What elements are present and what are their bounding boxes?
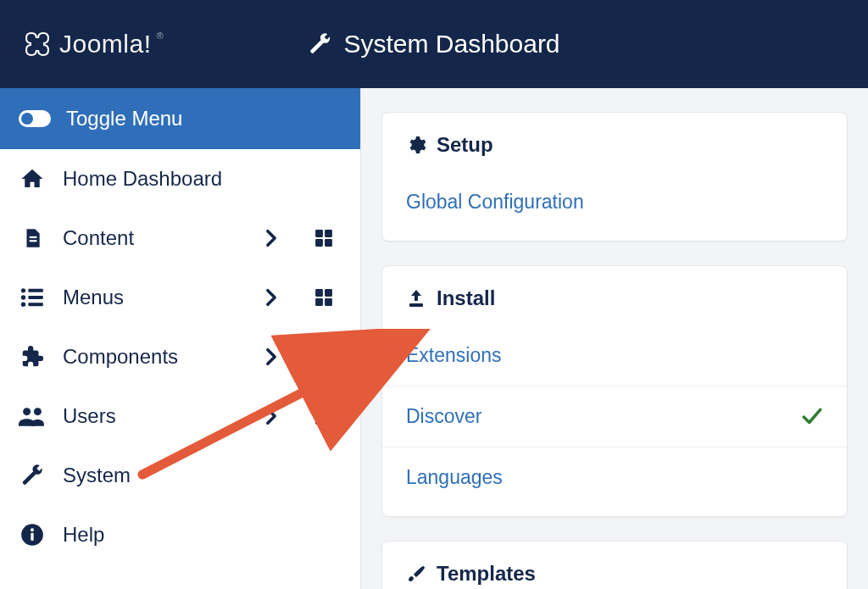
svg-rect-29 xyxy=(409,303,423,307)
svg-rect-0 xyxy=(30,236,37,238)
link-label: Discover xyxy=(406,405,481,428)
chevron-right-icon[interactable] xyxy=(253,347,289,366)
link-discover[interactable]: Discover xyxy=(382,386,847,447)
card-setup: Setup Global Configuration xyxy=(381,112,848,242)
svg-point-20 xyxy=(23,408,31,415)
svg-rect-19 xyxy=(325,358,332,365)
svg-rect-25 xyxy=(325,417,332,425)
puzzle-icon xyxy=(19,344,46,370)
sidebar-item-users[interactable]: Users xyxy=(0,386,360,446)
app-header: Joomla! ® System Dashboard xyxy=(0,0,868,88)
list-icon xyxy=(19,287,46,308)
svg-rect-1 xyxy=(30,240,37,242)
joomla-icon xyxy=(20,27,54,61)
home-icon xyxy=(19,166,46,192)
svg-point-21 xyxy=(34,408,42,415)
main-content: Setup Global Configuration Install Exten… xyxy=(361,88,868,589)
sidebar-item-components[interactable]: Components xyxy=(0,327,360,386)
toggle-menu-label: Toggle Menu xyxy=(66,107,182,131)
page-title: System Dashboard xyxy=(308,30,559,58)
chevron-right-icon[interactable] xyxy=(253,288,289,307)
svg-rect-4 xyxy=(315,239,323,247)
svg-rect-2 xyxy=(315,230,323,237)
svg-rect-22 xyxy=(315,408,323,415)
sidebar-item-label: Help xyxy=(63,523,342,547)
upload-icon xyxy=(406,288,426,308)
sidebar: Toggle Menu Home Dashboard Content xyxy=(0,88,361,589)
svg-rect-12 xyxy=(315,289,323,297)
svg-point-8 xyxy=(21,295,25,299)
sidebar-item-label: Menus xyxy=(63,286,236,309)
sidebar-item-label: Content xyxy=(63,226,236,250)
svg-rect-5 xyxy=(325,239,332,247)
sidebar-item-menus[interactable]: Menus xyxy=(0,268,360,327)
card-header-setup: Setup xyxy=(382,113,847,172)
users-icon xyxy=(19,405,46,427)
card-install: Install Extensions Discover Languages xyxy=(381,265,848,517)
svg-rect-16 xyxy=(315,348,323,356)
brand-text: Joomla! xyxy=(59,30,152,58)
wrench-icon xyxy=(19,464,46,487)
sidebar-item-label: System xyxy=(63,464,342,487)
svg-rect-11 xyxy=(28,303,43,306)
card-title: Templates xyxy=(437,562,536,586)
wrench-icon xyxy=(308,32,331,56)
sidebar-item-label: Home Dashboard xyxy=(63,167,342,191)
svg-rect-15 xyxy=(325,298,332,306)
sidebar-item-help[interactable]: Help xyxy=(0,505,360,564)
brush-icon xyxy=(406,564,426,584)
svg-rect-24 xyxy=(315,417,323,425)
check-icon xyxy=(801,408,823,426)
link-extensions[interactable]: Extensions xyxy=(382,325,847,386)
link-global-configuration[interactable]: Global Configuration xyxy=(382,172,847,232)
page-title-text: System Dashboard xyxy=(343,30,559,58)
sidebar-item-content[interactable]: Content xyxy=(0,208,360,268)
sidebar-item-system[interactable]: System xyxy=(0,446,360,505)
toggle-menu-button[interactable]: Toggle Menu xyxy=(0,88,360,149)
chevron-right-icon[interactable] xyxy=(253,229,289,247)
svg-rect-17 xyxy=(325,348,332,356)
svg-point-10 xyxy=(21,302,25,306)
dashboard-icon[interactable] xyxy=(306,229,342,247)
dashboard-icon[interactable] xyxy=(306,288,342,307)
svg-rect-23 xyxy=(325,408,332,415)
dashboard-icon[interactable] xyxy=(306,347,342,366)
svg-rect-14 xyxy=(315,298,323,306)
brand-logo[interactable]: Joomla! ® xyxy=(20,27,164,61)
svg-rect-7 xyxy=(28,289,43,292)
dashboard-icon[interactable] xyxy=(306,407,342,425)
info-icon xyxy=(19,523,46,547)
chevron-right-icon[interactable] xyxy=(253,407,289,425)
gear-icon xyxy=(406,135,426,155)
svg-rect-27 xyxy=(31,533,33,541)
card-header-install: Install xyxy=(382,266,847,325)
trademark: ® xyxy=(157,31,164,41)
sidebar-item-label: Users xyxy=(63,404,236,428)
sidebar-item-home-dashboard[interactable]: Home Dashboard xyxy=(0,149,360,208)
sidebar-item-label: Components xyxy=(63,345,236,369)
svg-rect-13 xyxy=(325,289,332,297)
svg-rect-9 xyxy=(28,296,43,299)
link-languages[interactable]: Languages xyxy=(382,447,847,508)
svg-rect-3 xyxy=(325,230,332,237)
card-templates: Templates xyxy=(381,541,848,589)
svg-point-28 xyxy=(31,528,34,531)
svg-point-6 xyxy=(21,288,25,292)
card-title: Setup xyxy=(437,133,493,157)
toggle-icon xyxy=(19,110,51,127)
file-icon xyxy=(19,225,46,251)
svg-rect-18 xyxy=(315,358,323,365)
card-header-templates: Templates xyxy=(382,542,847,589)
card-title: Install xyxy=(437,286,495,310)
link-label: Languages xyxy=(406,466,503,489)
link-label: Global Configuration xyxy=(406,191,584,214)
link-label: Extensions xyxy=(406,344,502,367)
